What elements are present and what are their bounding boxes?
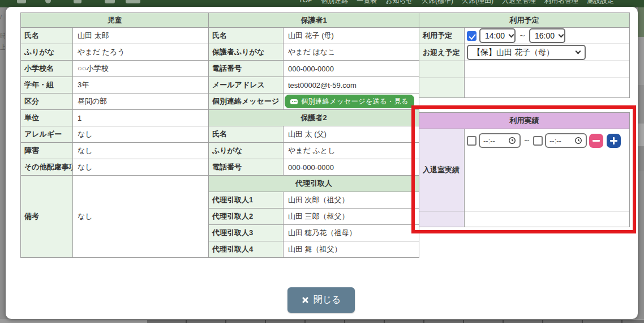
dimmed-background-row: [638, 7, 644, 37]
empty-value-cell: [465, 78, 630, 98]
nav-item[interactable]: TOP: [299, 0, 312, 6]
nav-item[interactable]: 一覧表: [357, 0, 377, 6]
field-label: 氏名: [209, 28, 284, 44]
nav-item[interactable]: 利用者管理: [544, 0, 578, 6]
dimmed-background-text: /: [0, 14, 5, 20]
nav-item[interactable]: 欠席(理由): [462, 0, 493, 6]
field-label: 保護者ふりがな: [209, 44, 284, 61]
child-detail-modal: 児童 氏名山田 太郎 ふりがなやまだ たろう 小学校名○○小学校 学年・組3年 …: [6, 7, 638, 319]
nav-item[interactable]: お知らせ: [385, 0, 413, 6]
proxy-section-header: 代理引取人: [209, 176, 419, 192]
child-info-table: 児童 氏名山田 太郎 ふりがなやまだ たろう 小学校名○○小学校 学年・組3年 …: [20, 12, 209, 258]
dimmed-background-row: [638, 146, 644, 171]
add-time-row-button[interactable]: [607, 134, 621, 148]
clock-icon: [574, 137, 582, 144]
dimmed-background-row: [638, 124, 644, 146]
field-label: その他配慮事項: [21, 159, 73, 176]
field-value: 山田 穂乃花（祖母）: [284, 225, 419, 241]
chevron-down-icon: [559, 32, 564, 37]
nav-item[interactable]: 欠席(標準): [422, 0, 453, 6]
schedule-section-header: 利用予定: [419, 13, 630, 28]
usage-record-table: 利用実績 入退室実績 --:-- ～ --:--: [419, 112, 630, 227]
nav-item[interactable]: 入退室管理: [502, 0, 536, 6]
usage-planned-checkbox[interactable]: [467, 31, 476, 41]
field-label: 単位: [21, 110, 73, 126]
field-label: ふりがな: [209, 143, 284, 159]
individual-message-button[interactable]: 個別連絡メッセージを送る・見る: [285, 95, 414, 108]
field-value: 山田 三郎（叔父）: [284, 209, 419, 225]
close-icon: [302, 296, 309, 304]
nav-item[interactable]: 施設設定: [587, 0, 614, 6]
app-logo-fragment: [126, 0, 140, 3]
field-label: ふりがな: [21, 44, 73, 61]
individual-message-button-label: 個別連絡メッセージを送る・見る: [301, 97, 409, 107]
app-logo-fragment: [17, 0, 26, 3]
field-value: やまだ たろう: [73, 44, 209, 61]
time-range-separator: ～: [518, 31, 526, 41]
guardian2-section-header: 保護者2: [209, 110, 419, 126]
time-from-value: 14:00: [485, 31, 505, 40]
entry-time-placeholder: --:--: [483, 137, 495, 145]
dimmed-background-text: 上: [0, 43, 5, 52]
empty-label-cell: [419, 211, 465, 227]
empty-value-cell: [465, 61, 630, 78]
exit-time-placeholder: --:--: [549, 137, 561, 145]
field-value: 000-000-0000: [284, 61, 419, 77]
empty-value-cell: [465, 211, 630, 227]
time-from-select[interactable]: 14:00: [479, 28, 516, 43]
dimmed-background-row: [638, 85, 644, 124]
entry-time-input[interactable]: --:--: [479, 133, 521, 148]
field-value: 山田 太 (父): [284, 126, 419, 143]
app-logo-fragment: [45, 0, 51, 3]
time-range-separator: ～: [523, 135, 531, 146]
time-to-select[interactable]: 16:00: [529, 28, 565, 43]
field-value: 山田 花子 (母): [284, 28, 419, 44]
guardian1-section-header: 保護者1: [209, 13, 419, 28]
field-value: やまだ ふとし: [284, 143, 419, 159]
field-label: 電話番号: [209, 61, 284, 77]
dimmed-background-text: 時: [0, 32, 5, 40]
field-label: メールアドレス: [209, 77, 284, 94]
field-label: 代理引取人3: [209, 225, 284, 241]
nav-item[interactable]: 個別連絡: [321, 0, 348, 6]
field-value: 3年: [73, 77, 209, 94]
field-value: なし: [73, 159, 209, 176]
field-value: test00002@t-59.com: [284, 77, 419, 94]
pickup-person-value: 【保】山田 花子（母）: [473, 48, 554, 58]
pickup-person-select[interactable]: 【保】山田 花子（母）: [467, 45, 586, 60]
entry-exit-record-label: 入退室実績: [419, 129, 465, 211]
time-to-value: 16:00: [535, 31, 555, 40]
field-label: 小学校名: [21, 61, 73, 77]
field-value: 山田 次郎（祖父）: [284, 192, 419, 209]
field-value: なし: [73, 143, 209, 159]
record-section-header: 利用実績: [419, 113, 630, 129]
app-logo-fragment: [105, 0, 115, 3]
exit-time-checkbox[interactable]: [533, 136, 543, 146]
remove-time-row-button[interactable]: [589, 134, 603, 148]
dimmed-background-row: [638, 37, 644, 85]
field-label: 代理引取人2: [209, 209, 284, 225]
speech-bubble-icon: [290, 99, 298, 104]
field-value: 山田 太郎: [73, 28, 209, 44]
chevron-down-icon: [509, 32, 514, 37]
top-nav-menu: TOP 個別連絡 一覧表 お知らせ 欠席(標準) 欠席(理由) 入退室管理 利用…: [299, 0, 614, 6]
dimmed-background-table-band: [147, 320, 644, 323]
field-value: やまだ はなこ: [284, 44, 419, 61]
usage-schedule-table: 利用予定 利用予定 14:00 ～ 16:00 お迎: [419, 12, 630, 98]
field-label: 学年・組: [21, 77, 73, 94]
field-value: 1: [73, 110, 209, 126]
exit-time-input[interactable]: --:--: [545, 133, 587, 148]
field-label: 氏名: [209, 126, 284, 143]
field-label: お迎え予定: [419, 44, 465, 61]
chevron-down-icon: [576, 49, 581, 54]
entry-time-checkbox[interactable]: [467, 136, 476, 146]
app-logo-fragment: [74, 0, 81, 3]
field-value: 000-000-0000: [284, 159, 419, 176]
field-label: 氏名: [21, 28, 73, 44]
empty-label-cell: [419, 61, 465, 78]
field-label: 電話番号: [209, 159, 284, 176]
close-button[interactable]: 閉じる: [287, 287, 355, 313]
clock-icon: [508, 137, 516, 144]
field-label: アレルギー: [21, 126, 73, 143]
field-label: 個別連絡メッセージ: [209, 94, 284, 110]
